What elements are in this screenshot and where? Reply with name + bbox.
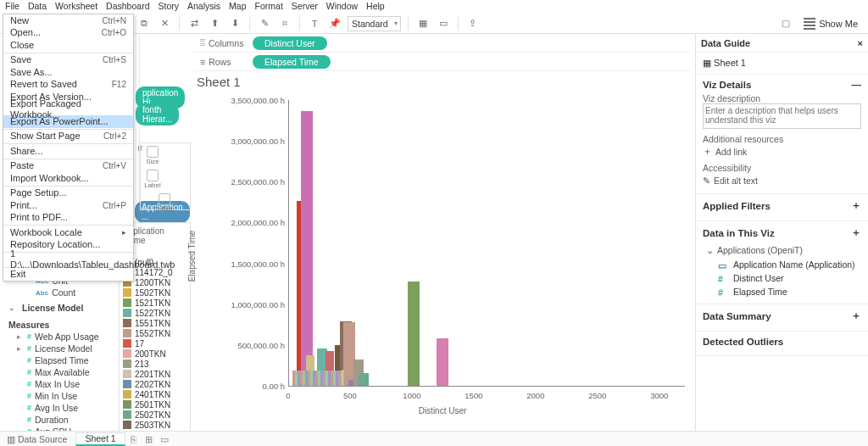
legend-item[interactable]: 1552TKN xyxy=(123,328,186,338)
columns-shelf[interactable]: ⦙⦙⦙Columns Distinct User xyxy=(193,34,690,53)
new-dashboard-tab-icon[interactable]: ⊞ xyxy=(142,432,156,446)
file-menu-item[interactable]: Open...Ctrl+O xyxy=(3,27,133,40)
label-icon[interactable]: T xyxy=(307,16,322,31)
file-menu-item[interactable]: Show Start PageCtrl+2 xyxy=(3,131,133,143)
fit-selector[interactable]: Standard xyxy=(348,16,401,31)
file-menu-item[interactable]: 1 D:\...\Downloads\Tableu_dashboard.twb xyxy=(3,254,133,266)
file-menu-item[interactable]: Print...Ctrl+P xyxy=(3,199,133,212)
menu-format[interactable]: Format xyxy=(255,1,283,13)
file-menu-item[interactable]: Import Workbook... xyxy=(3,172,133,185)
rows-pill-elapsed-time[interactable]: Elapsed Time xyxy=(253,55,331,69)
data-pane-field[interactable]: ▸#License Model xyxy=(8,343,132,354)
data-guide-field[interactable]: ▭Application Name (Application) xyxy=(718,258,861,271)
expand-icon[interactable]: ＋ xyxy=(851,226,861,239)
legend-item[interactable]: 2401TKN xyxy=(123,389,186,399)
menu-window[interactable]: Window xyxy=(326,1,358,13)
file-menu-item[interactable]: Revert to SavedF12 xyxy=(3,79,133,92)
data-pane-field[interactable]: #Avg In Use xyxy=(8,402,132,414)
rows-shelf[interactable]: ≡Rows Elapsed Time xyxy=(193,53,690,71)
file-menu-item[interactable]: Print to PDF... xyxy=(3,212,133,225)
sheet-title[interactable]: Sheet 1 xyxy=(197,75,241,89)
data-pane-field[interactable]: ▸#Web App Usage xyxy=(8,331,132,343)
menu-dashboard[interactable]: Dashboard xyxy=(106,1,149,13)
file-menu-item[interactable]: Workbook Locale xyxy=(3,226,133,239)
detected-outliers-header[interactable]: Detected Outliers xyxy=(703,337,783,347)
sort-asc-icon[interactable]: ⬆ xyxy=(207,16,222,31)
menu-data[interactable]: Data xyxy=(28,1,47,13)
expand-icon[interactable]: ＋ xyxy=(851,199,861,212)
data-in-viz-header[interactable]: Data in This Viz xyxy=(703,228,775,238)
data-pane-field[interactable]: #Min In Use xyxy=(8,390,132,402)
legend-item[interactable]: 200TKN xyxy=(123,348,186,359)
file-menu-item[interactable]: Save As... xyxy=(3,66,133,79)
legend-item[interactable]: 1522TKN xyxy=(123,308,186,318)
menu-help[interactable]: Help xyxy=(366,1,385,13)
data-pane-field[interactable]: #Max Available xyxy=(8,366,132,378)
legend-item[interactable]: 1521TKN xyxy=(123,298,186,308)
legend-item[interactable]: 213 xyxy=(123,359,186,369)
applications-group[interactable]: ⌄ Applications (OpeniT) xyxy=(706,243,861,258)
legend-item[interactable]: 2202TKN xyxy=(123,379,186,389)
legend-item[interactable]: 17 xyxy=(123,338,186,348)
legend-item[interactable]: 2501TKN xyxy=(123,399,186,410)
legend-item[interactable]: 2201TKN xyxy=(123,369,186,379)
menu-map[interactable]: Map xyxy=(229,1,246,13)
file-menu-item[interactable]: Export Packaged Workbook... xyxy=(3,103,133,116)
view-cards-icon[interactable]: ▦ xyxy=(415,16,431,31)
share-icon[interactable]: ⇪ xyxy=(465,16,481,31)
add-link-button[interactable]: ＋ Add link xyxy=(703,144,861,159)
menu-server[interactable]: Server xyxy=(292,1,318,13)
legend-item[interactable]: 2502TKN xyxy=(123,410,186,420)
applied-filters-header[interactable]: Applied Filters xyxy=(703,201,771,211)
data-pane-field[interactable]: #Max In Use xyxy=(8,378,132,390)
menu-story[interactable]: Story xyxy=(158,1,179,13)
chart-bar[interactable] xyxy=(301,111,313,386)
chart-bar[interactable] xyxy=(359,373,369,386)
swap-icon[interactable]: ⇄ xyxy=(186,16,202,31)
marks-tooltip[interactable]: Tooltip xyxy=(141,191,188,215)
hierarchy-pill-month[interactable]: fonth Hierar... xyxy=(136,103,179,125)
menu-analysis[interactable]: Analysis xyxy=(187,1,220,13)
marks-label[interactable]: Label xyxy=(141,167,164,191)
collapse-icon[interactable]: — xyxy=(852,80,862,90)
sort-desc-icon[interactable]: ⬇ xyxy=(227,16,242,31)
legend-item[interactable]: 2503TKN xyxy=(123,420,186,430)
expand-icon[interactable]: ＋ xyxy=(851,309,861,322)
data-pane-field[interactable]: AbcCount xyxy=(8,287,132,298)
columns-pill-distinct-user[interactable]: Distinct User xyxy=(253,36,327,50)
menu-worksheet[interactable]: Worksheet xyxy=(55,1,97,13)
highlight-icon[interactable]: ✎ xyxy=(257,16,272,31)
file-menu-item[interactable]: NewCtrl+N xyxy=(3,14,133,27)
chart-bar[interactable] xyxy=(437,338,448,386)
new-story-tab-icon[interactable]: ▭ xyxy=(158,432,171,446)
group-icon[interactable]: ⌗ xyxy=(277,16,292,31)
new-worksheet-tab-icon[interactable]: ⎘ xyxy=(127,432,141,446)
show-me-button[interactable]: Show Me xyxy=(798,18,863,30)
close-icon[interactable]: × xyxy=(858,38,863,48)
legend-item[interactable]: 1551TKN xyxy=(123,318,186,328)
file-menu-item[interactable]: PasteCtrl+V xyxy=(3,160,133,173)
file-menu-item[interactable]: Share... xyxy=(3,145,133,158)
menu-file[interactable]: File xyxy=(5,1,19,13)
data-source-tab[interactable]: ▥ Data Source xyxy=(0,434,74,444)
duplicate-icon[interactable]: ⧉ xyxy=(136,16,152,31)
data-guide-field[interactable]: #Elapsed Time xyxy=(718,285,861,298)
chart-plot-area[interactable]: >2K nulls xyxy=(288,100,685,387)
data-guide-field[interactable]: #Distinct User xyxy=(718,271,861,285)
data-pane-field[interactable]: #Duration xyxy=(8,414,132,426)
edit-alt-text-button[interactable]: ✎ Edit alt text xyxy=(703,173,861,188)
viz-description-input[interactable] xyxy=(703,103,861,129)
file-menu-item[interactable]: Page Setup... xyxy=(3,187,133,200)
legend-item[interactable]: 1502TKN xyxy=(123,287,186,298)
sheet-1-tab[interactable]: Sheet 1 xyxy=(75,432,125,446)
presentation-icon[interactable]: ▭ xyxy=(436,16,451,31)
data-pane-field[interactable]: #Elapsed Time xyxy=(8,354,132,366)
pin-icon[interactable]: 📌 xyxy=(327,16,342,31)
file-menu-item[interactable]: Close xyxy=(3,39,133,52)
chart-bar[interactable] xyxy=(408,282,420,386)
clear-icon[interactable]: ✕ xyxy=(157,16,172,31)
guide-icon[interactable]: ▢ xyxy=(778,16,793,31)
marks-size[interactable]: Size xyxy=(141,143,164,167)
data-summary-header[interactable]: Data Summary xyxy=(703,311,771,321)
file-menu-item[interactable]: SaveCtrl+S xyxy=(3,54,133,67)
